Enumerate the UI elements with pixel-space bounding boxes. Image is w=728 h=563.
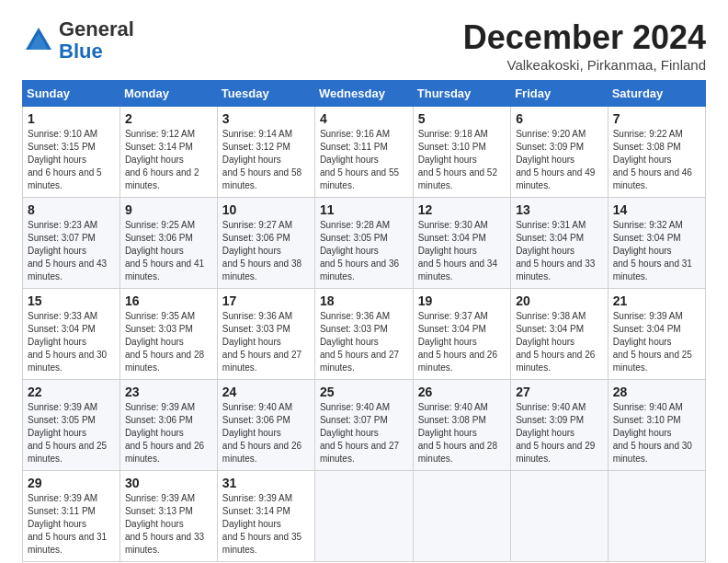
table-row — [511, 471, 609, 562]
day-number: 4 — [320, 111, 408, 126]
day-number: 29 — [28, 476, 115, 490]
day-info: Sunrise: 9:37 AMSunset: 3:04 PMDaylight … — [418, 311, 497, 373]
table-row: 16 Sunrise: 9:35 AMSunset: 3:03 PMDaylig… — [119, 289, 217, 380]
day-number: 6 — [516, 111, 603, 126]
calendar-week-3: 15 Sunrise: 9:33 AMSunset: 3:04 PMDaylig… — [23, 289, 706, 380]
day-info: Sunrise: 9:39 AMSunset: 3:14 PMDaylight … — [222, 493, 301, 555]
day-number: 27 — [516, 385, 603, 399]
day-number: 16 — [125, 293, 212, 308]
day-number: 30 — [125, 476, 212, 490]
day-number: 1 — [28, 111, 115, 126]
day-number: 23 — [125, 385, 212, 399]
table-row: 28 Sunrise: 9:40 AMSunset: 3:10 PMDaylig… — [608, 380, 705, 471]
table-row: 14 Sunrise: 9:32 AMSunset: 3:04 PMDaylig… — [608, 198, 705, 289]
day-info: Sunrise: 9:23 AMSunset: 3:07 PMDaylight … — [28, 220, 107, 282]
table-row: 5 Sunrise: 9:18 AMSunset: 3:10 PMDayligh… — [413, 107, 510, 198]
day-number: 2 — [125, 111, 212, 126]
day-info: Sunrise: 9:40 AMSunset: 3:07 PMDaylight … — [320, 402, 399, 464]
day-info: Sunrise: 9:38 AMSunset: 3:04 PMDaylight … — [516, 311, 595, 373]
calendar-week-5: 29 Sunrise: 9:39 AMSunset: 3:11 PMDaylig… — [23, 471, 706, 562]
day-number: 15 — [28, 293, 115, 308]
day-info: Sunrise: 9:40 AMSunset: 3:06 PMDaylight … — [222, 402, 301, 464]
day-number: 31 — [222, 476, 310, 490]
logo: General Blue — [22, 18, 134, 63]
table-row — [608, 471, 705, 562]
day-number: 18 — [320, 293, 408, 308]
calendar-table: Sunday Monday Tuesday Wednesday Thursday… — [22, 80, 706, 562]
table-row: 13 Sunrise: 9:31 AMSunset: 3:04 PMDaylig… — [511, 198, 609, 289]
day-info: Sunrise: 9:14 AMSunset: 3:12 PMDaylight … — [222, 129, 301, 190]
day-number: 3 — [222, 111, 310, 126]
table-row: 22 Sunrise: 9:39 AMSunset: 3:05 PMDaylig… — [23, 380, 120, 471]
day-number: 10 — [222, 202, 310, 217]
day-number: 20 — [516, 293, 603, 308]
day-number: 21 — [613, 293, 700, 308]
day-number: 22 — [28, 385, 115, 399]
table-row: 4 Sunrise: 9:16 AMSunset: 3:11 PMDayligh… — [314, 107, 413, 198]
day-info: Sunrise: 9:31 AMSunset: 3:04 PMDaylight … — [516, 220, 595, 282]
table-row: 6 Sunrise: 9:20 AMSunset: 3:09 PMDayligh… — [511, 107, 609, 198]
day-number: 14 — [613, 202, 700, 217]
table-row: 24 Sunrise: 9:40 AMSunset: 3:06 PMDaylig… — [217, 380, 314, 471]
day-info: Sunrise: 9:25 AMSunset: 3:06 PMDaylight … — [125, 220, 204, 282]
table-row: 1 Sunrise: 9:10 AMSunset: 3:15 PMDayligh… — [23, 107, 120, 198]
day-info: Sunrise: 9:39 AMSunset: 3:05 PMDaylight … — [28, 402, 107, 464]
logo-text: General Blue — [59, 18, 134, 63]
table-row: 26 Sunrise: 9:40 AMSunset: 3:08 PMDaylig… — [413, 380, 510, 471]
col-thursday: Thursday — [413, 81, 510, 107]
table-row: 8 Sunrise: 9:23 AMSunset: 3:07 PMDayligh… — [23, 198, 120, 289]
page-container: General Blue December 2024 Valkeakoski, … — [22, 18, 706, 562]
logo-icon — [22, 24, 55, 57]
day-number: 24 — [222, 385, 310, 399]
day-info: Sunrise: 9:12 AMSunset: 3:14 PMDaylight … — [125, 129, 199, 190]
day-number: 13 — [516, 202, 603, 217]
col-friday: Friday — [511, 81, 609, 107]
logo-blue: Blue — [59, 40, 103, 63]
col-saturday: Saturday — [608, 81, 705, 107]
day-info: Sunrise: 9:20 AMSunset: 3:09 PMDaylight … — [516, 129, 595, 190]
day-info: Sunrise: 9:39 AMSunset: 3:06 PMDaylight … — [125, 402, 204, 464]
day-info: Sunrise: 9:10 AMSunset: 3:15 PMDaylight … — [28, 129, 102, 190]
table-row: 18 Sunrise: 9:36 AMSunset: 3:03 PMDaylig… — [314, 289, 413, 380]
main-title: December 2024 — [463, 18, 706, 57]
table-row: 12 Sunrise: 9:30 AMSunset: 3:04 PMDaylig… — [413, 198, 510, 289]
day-info: Sunrise: 9:33 AMSunset: 3:04 PMDaylight … — [28, 311, 107, 373]
table-row: 15 Sunrise: 9:33 AMSunset: 3:04 PMDaylig… — [23, 289, 120, 380]
table-row: 2 Sunrise: 9:12 AMSunset: 3:14 PMDayligh… — [119, 107, 217, 198]
table-row: 21 Sunrise: 9:39 AMSunset: 3:04 PMDaylig… — [608, 289, 705, 380]
day-number: 8 — [28, 202, 115, 217]
day-info: Sunrise: 9:36 AMSunset: 3:03 PMDaylight … — [222, 311, 301, 373]
table-row: 17 Sunrise: 9:36 AMSunset: 3:03 PMDaylig… — [217, 289, 314, 380]
table-row: 19 Sunrise: 9:37 AMSunset: 3:04 PMDaylig… — [413, 289, 510, 380]
day-info: Sunrise: 9:32 AMSunset: 3:04 PMDaylight … — [613, 220, 692, 282]
table-row: 31 Sunrise: 9:39 AMSunset: 3:14 PMDaylig… — [217, 471, 314, 562]
table-row: 25 Sunrise: 9:40 AMSunset: 3:07 PMDaylig… — [314, 380, 413, 471]
table-row: 11 Sunrise: 9:28 AMSunset: 3:05 PMDaylig… — [314, 198, 413, 289]
day-info: Sunrise: 9:18 AMSunset: 3:10 PMDaylight … — [418, 129, 497, 190]
table-row: 27 Sunrise: 9:40 AMSunset: 3:09 PMDaylig… — [511, 380, 609, 471]
table-row — [314, 471, 413, 562]
col-sunday: Sunday — [23, 81, 120, 107]
day-number: 25 — [320, 385, 408, 399]
table-row: 9 Sunrise: 9:25 AMSunset: 3:06 PMDayligh… — [119, 198, 217, 289]
calendar-header-row: Sunday Monday Tuesday Wednesday Thursday… — [23, 81, 706, 107]
table-row — [413, 471, 510, 562]
day-info: Sunrise: 9:39 AMSunset: 3:04 PMDaylight … — [613, 311, 692, 373]
col-monday: Monday — [119, 81, 217, 107]
calendar-week-4: 22 Sunrise: 9:39 AMSunset: 3:05 PMDaylig… — [23, 380, 706, 471]
title-block: December 2024 Valkeakoski, Pirkanmaa, Fi… — [463, 18, 706, 73]
col-wednesday: Wednesday — [314, 81, 413, 107]
day-number: 7 — [613, 111, 700, 126]
day-info: Sunrise: 9:39 AMSunset: 3:13 PMDaylight … — [125, 493, 204, 555]
subtitle: Valkeakoski, Pirkanmaa, Finland — [463, 57, 706, 73]
calendar-week-2: 8 Sunrise: 9:23 AMSunset: 3:07 PMDayligh… — [23, 198, 706, 289]
day-info: Sunrise: 9:27 AMSunset: 3:06 PMDaylight … — [222, 220, 301, 282]
day-number: 17 — [222, 293, 310, 308]
day-info: Sunrise: 9:22 AMSunset: 3:08 PMDaylight … — [613, 129, 692, 190]
table-row: 10 Sunrise: 9:27 AMSunset: 3:06 PMDaylig… — [217, 198, 314, 289]
day-info: Sunrise: 9:28 AMSunset: 3:05 PMDaylight … — [320, 220, 399, 282]
day-number: 5 — [418, 111, 506, 126]
logo-general: General — [59, 17, 134, 40]
day-info: Sunrise: 9:40 AMSunset: 3:10 PMDaylight … — [613, 402, 692, 464]
col-tuesday: Tuesday — [217, 81, 314, 107]
